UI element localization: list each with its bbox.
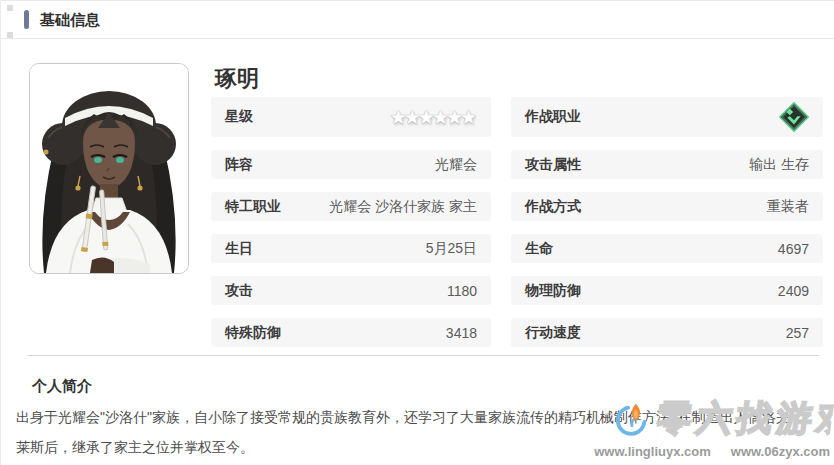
- stat-value: 重装者: [767, 198, 809, 216]
- stat-label: 生日: [225, 240, 253, 258]
- stat-row: 特殊防御3418: [211, 318, 491, 347]
- stat-row: 阵容光耀会: [211, 150, 491, 179]
- bio-line: 莱斯后，继承了家主之位并掌权至今。: [16, 432, 822, 462]
- stat-row: 作战方式重装者: [511, 192, 823, 221]
- section-title: 基础信息: [40, 11, 100, 30]
- bio-title: 个人简介: [32, 377, 92, 396]
- stat-row: 生命4697: [511, 234, 823, 263]
- stat-row: 星级★★★★★★: [211, 97, 491, 137]
- defender-class-icon: [779, 102, 809, 132]
- stat-label: 特殊防御: [225, 324, 281, 342]
- stat-value: 257: [786, 325, 809, 341]
- section-header: 基础信息: [1, 1, 834, 39]
- character-name: 琢明: [215, 64, 259, 94]
- stat-value: 1180: [447, 283, 477, 299]
- character-info-page: 基础信息: [0, 0, 834, 465]
- stat-label: 星级: [225, 108, 253, 126]
- bio-line: 出身于光耀会"沙洛什"家族，自小除了接受常规的贵族教育外，还学习了大量家族流传的…: [16, 402, 822, 432]
- character-portrait: [29, 63, 189, 274]
- stat-row: 物理防御2409: [511, 276, 823, 305]
- stat-value: 2409: [778, 283, 809, 299]
- stat-label: 阵容: [225, 156, 253, 174]
- accent-bar: [24, 10, 29, 29]
- portrait-illustration: [30, 64, 188, 273]
- bio-text: 出身于光耀会"沙洛什"家族，自小除了接受常规的贵族教育外，还学习了大量家族流传的…: [16, 402, 822, 462]
- stat-label: 攻击属性: [525, 156, 581, 174]
- stat-row: 作战职业: [511, 97, 823, 137]
- stat-row: 行动速度257: [511, 318, 823, 347]
- stat-value: 光耀会: [435, 156, 477, 174]
- stat-value: 4697: [778, 241, 809, 257]
- edge-square-top: [7, 5, 13, 11]
- stat-label: 作战方式: [525, 198, 581, 216]
- stat-value: 光耀会 沙洛什家族 家主: [329, 198, 477, 216]
- stat-row: 特工职业光耀会 沙洛什家族 家主: [211, 192, 491, 221]
- section-divider: [27, 355, 819, 356]
- stats-column-right: 作战职业 攻击属性输出 生存作战方式重装者生命4697物理防御2409行动速度2…: [511, 97, 823, 347]
- stat-label: 特工职业: [225, 198, 281, 216]
- defender-class-icon: [779, 102, 809, 132]
- edge-square-bottom: [7, 32, 13, 38]
- stat-row: 攻击1180: [211, 276, 491, 305]
- stat-label: 攻击: [225, 282, 253, 300]
- stat-label: 生命: [525, 240, 553, 258]
- stat-value: 5月25日: [426, 240, 477, 258]
- stats-column-left: 星级★★★★★★阵容光耀会特工职业光耀会 沙洛什家族 家主生日5月25日攻击11…: [211, 97, 491, 347]
- stat-row: 生日5月25日: [211, 234, 491, 263]
- stat-value: 输出 生存: [749, 156, 809, 174]
- stat-label: 行动速度: [525, 324, 581, 342]
- stat-label: 作战职业: [525, 108, 581, 126]
- star-rating: ★★★★★★: [390, 108, 477, 127]
- stat-label: 物理防御: [525, 282, 581, 300]
- stat-row: 攻击属性输出 生存: [511, 150, 823, 179]
- stat-value: 3418: [446, 325, 477, 341]
